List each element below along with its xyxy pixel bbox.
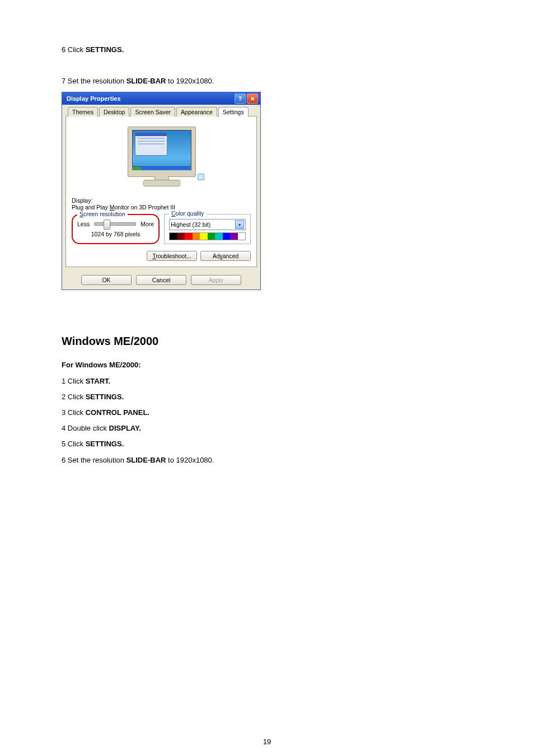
tab-desktop[interactable]: Desktop <box>99 107 130 116</box>
slider-more-label: More <box>140 221 154 227</box>
advanced-pre: Ad <box>213 253 220 259</box>
me-step-5-bold: SETTINGS. <box>86 440 124 448</box>
advanced-button[interactable]: Advanced <box>200 251 251 261</box>
me-step-2-bold: SETTINGS. <box>86 393 124 401</box>
tab-bar: Themes Desktop Screen Saver Appearance S… <box>65 107 257 116</box>
step-7-bold: SLIDE-BAR <box>127 77 166 85</box>
step-6-bold: SETTINGS. <box>86 45 124 54</box>
dialog-body: Themes Desktop Screen Saver Appearance S… <box>62 105 260 272</box>
step-7: 7 Set the resolution SLIDE-BAR to 1920x1… <box>62 76 472 86</box>
troubleshoot-rest: roubleshoot... <box>156 253 191 259</box>
me-step-6-bold: SLIDE-BAR <box>127 456 166 464</box>
settings-panel: Display: Plug and Play Monitor on 3D Pro… <box>65 116 257 267</box>
dialog-title: Display Properties <box>67 95 233 102</box>
apply-button[interactable]: Apply <box>191 275 241 285</box>
advanced-rest: anced <box>223 253 239 259</box>
help-button[interactable]: ? <box>235 94 246 104</box>
cq-legend-rest: olor quality <box>176 210 204 217</box>
display-name-prefix: Plug and Play <box>72 204 110 211</box>
me-step-6-prefix: 6 Set the resolution <box>62 456 127 464</box>
display-properties-dialog: Display Properties ? ✕ Themes Desktop Sc… <box>62 92 261 290</box>
tab-appearance[interactable]: Appearance <box>176 107 217 116</box>
me-step-4-bold: DISPLAY. <box>109 424 141 432</box>
me-step-2-prefix: 2 Click <box>62 393 86 401</box>
close-button[interactable]: ✕ <box>247 94 258 104</box>
slider-less-label: Less <box>77 221 90 227</box>
display-name: Plug and Play Monitor on 3D Prophet III <box>72 204 251 211</box>
step-6: 6 Click SETTINGS. <box>62 45 472 55</box>
me-step-5: 5 Click SETTINGS. <box>62 439 472 449</box>
ok-button[interactable]: OK <box>81 275 132 285</box>
section-heading: Windows ME/2000 <box>62 335 472 348</box>
settings-groups: Screen resolution Less More 1024 by 768 … <box>72 214 251 244</box>
tab-themes[interactable]: Themes <box>68 107 98 116</box>
color-quality-value: Highest (32 bit) <box>171 221 210 228</box>
step-6-prefix: 6 Click <box>62 45 86 54</box>
page-number: 19 <box>0 738 534 746</box>
resolution-slider-thumb[interactable] <box>104 220 110 230</box>
color-quality-group: Color quality Highest (32 bit) ▾ <box>164 214 251 244</box>
me-step-2: 2 Click SETTINGS. <box>62 392 472 402</box>
monitor-base <box>143 180 180 186</box>
legend-u: S <box>79 211 83 217</box>
recycle-bin-icon <box>198 174 204 180</box>
step-7-suffix: to 1920x1080. <box>166 77 214 85</box>
dialog-titlebar: Display Properties ? ✕ <box>62 92 260 105</box>
monitor-preview <box>116 127 206 188</box>
preview-taskbar <box>132 166 190 170</box>
me-step-1: 1 Click START. <box>62 376 472 386</box>
spacer <box>62 60 472 76</box>
me-step-6: 6 Set the resolution SLIDE-BAR to 1920x1… <box>62 455 472 465</box>
tab-settings[interactable]: Settings <box>218 107 249 117</box>
me-step-1-prefix: 1 Click <box>62 377 86 385</box>
me-step-3: 3 Click CONTROL PANEL. <box>62 408 472 418</box>
resolution-value: 1024 by 768 pixels <box>77 231 154 237</box>
me-step-5-prefix: 5 Click <box>62 440 86 448</box>
chevron-down-icon[interactable]: ▾ <box>235 220 244 229</box>
me-step-1-bold: START. <box>86 377 111 385</box>
cancel-button[interactable]: Cancel <box>136 275 186 285</box>
panel-button-row: Troubleshoot... Advanced <box>72 251 251 261</box>
dialog-footer: OK Cancel Apply <box>62 272 260 290</box>
me-step-6-suffix: to 1920x1080. <box>166 456 214 464</box>
resolution-slider[interactable] <box>94 222 136 226</box>
color-quality-select[interactable]: Highest (32 bit) ▾ <box>169 219 246 230</box>
screen-resolution-legend: Screen resolution <box>77 211 128 217</box>
legend-rest: creen resolution <box>83 211 125 217</box>
me-step-3-prefix: 3 Click <box>62 408 86 417</box>
cq-legend-u: C <box>171 210 176 217</box>
me-step-4-prefix: 4 Double click <box>62 424 109 432</box>
display-name-rest: onitor on 3D Prophet III <box>114 204 175 211</box>
spacer <box>62 290 472 335</box>
page: 6 Click SETTINGS. 7 Set the resolution S… <box>0 0 534 756</box>
me-step-3-bold: CONTROL PANEL. <box>86 408 149 417</box>
troubleshoot-button[interactable]: Troubleshoot... <box>147 251 197 261</box>
tab-screen-saver[interactable]: Screen Saver <box>130 107 175 116</box>
resolution-slider-row: Less More <box>77 221 154 227</box>
me-step-4: 4 Double click DISPLAY. <box>62 423 472 433</box>
screen-resolution-group: Screen resolution Less More 1024 by 768 … <box>72 214 160 244</box>
for-windows-line: For Windows ME/2000: <box>62 360 472 370</box>
preview-window <box>135 132 167 156</box>
display-label: Display: <box>72 197 251 204</box>
color-quality-legend: Color quality <box>169 210 206 217</box>
color-spectrum-bar <box>169 232 246 240</box>
step-7-prefix: 7 Set the resolution <box>62 77 127 85</box>
